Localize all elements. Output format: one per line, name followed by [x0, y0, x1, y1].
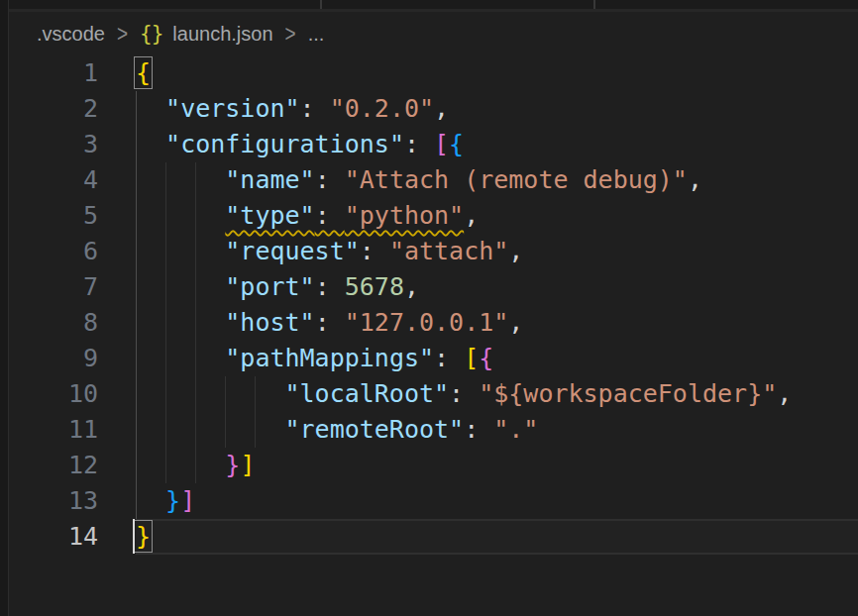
code-text: "version": "0.2.0", [136, 91, 858, 127]
line-number[interactable]: 1 [9, 55, 136, 91]
line-number[interactable]: 5 [9, 198, 136, 234]
breadcrumb-symbol-ellipsis[interactable]: ... [308, 23, 325, 46]
code-line[interactable]: 3 "configurations": [{ [9, 127, 858, 162]
code-line[interactable]: 2 "version": "0.2.0", [9, 91, 858, 127]
chevron-right-icon: > [115, 20, 130, 48]
line-number[interactable]: 12 [9, 448, 136, 483]
breadcrumb-folder[interactable]: .vscode [37, 23, 105, 46]
code-text: "type": "python", [136, 198, 858, 234]
line-number[interactable]: 9 [9, 341, 136, 376]
code-text: "request": "attach", [136, 234, 858, 269]
code-text: "pathMappings": [{ [136, 341, 858, 376]
code-line[interactable]: 10 "localRoot": "${workspaceFolder}", [9, 376, 858, 412]
code-line[interactable]: 14} [9, 519, 858, 555]
tab-bar[interactable] [9, 0, 858, 9]
code-text: }] [136, 448, 858, 483]
code-text: "name": "Attach (remote debug)", [136, 162, 858, 198]
line-number[interactable]: 8 [9, 305, 136, 341]
code-line[interactable]: 9 "pathMappings": [{ [9, 341, 858, 376]
code-text: }] [136, 483, 858, 519]
code-text: "configurations": [{ [136, 127, 858, 162]
json-file-icon: {} [140, 22, 162, 46]
code-text: "localRoot": "${workspaceFolder}", [136, 376, 858, 412]
code-line[interactable]: 7 "port": 5678, [9, 269, 858, 305]
breadcrumb: .vscode > {} launch.json > ... [9, 12, 858, 55]
code-line[interactable]: 11 "remoteRoot": "." [9, 412, 858, 448]
breadcrumb-file[interactable]: launch.json [172, 23, 272, 46]
line-number[interactable]: 11 [9, 412, 136, 448]
line-number[interactable]: 6 [9, 234, 136, 269]
line-number[interactable]: 2 [9, 91, 136, 127]
vscode-editor-window: .vscode > {} launch.json > ... 1{2 "vers… [0, 0, 858, 616]
warning-squiggle-text: : [315, 201, 345, 230]
warning-squiggle-text: "python" [345, 201, 464, 230]
line-number[interactable]: 4 [9, 162, 136, 198]
code-text: "host": "127.0.0.1", [136, 305, 858, 341]
code-text: { [136, 55, 858, 91]
code-line[interactable]: 5 "type": "python", [9, 198, 858, 234]
chevron-right-icon: > [283, 20, 298, 48]
line-number[interactable]: 13 [9, 483, 136, 519]
bracket-match: { [136, 58, 151, 87]
code-line[interactable]: 12 }] [9, 448, 858, 483]
code-text: } [136, 519, 858, 555]
code-editor[interactable]: 1{2 "version": "0.2.0",3 "configurations… [9, 55, 858, 616]
line-number[interactable]: 7 [9, 269, 136, 305]
tab-separator [593, 0, 595, 9]
line-number[interactable]: 14 [9, 519, 136, 555]
line-number[interactable]: 10 [9, 376, 136, 412]
code-text: "remoteRoot": "." [136, 412, 858, 448]
line-number[interactable]: 3 [9, 127, 136, 162]
code-line[interactable]: 1{ [9, 55, 858, 91]
code-line[interactable]: 8 "host": "127.0.0.1", [9, 305, 858, 341]
tab-separator [320, 0, 322, 9]
code-line[interactable]: 13 }] [9, 483, 858, 519]
code-line[interactable]: 6 "request": "attach", [9, 234, 858, 269]
sidebar-edge [0, 0, 9, 616]
warning-squiggle-text: "type" [225, 201, 314, 230]
code-text: "port": 5678, [136, 269, 858, 305]
bracket-match: } [136, 522, 151, 551]
code-line[interactable]: 4 "name": "Attach (remote debug)", [9, 162, 858, 198]
